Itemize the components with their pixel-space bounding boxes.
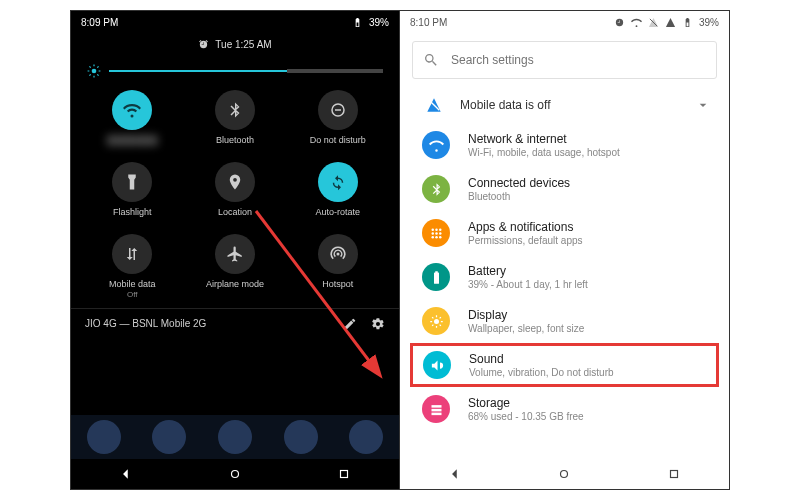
qs-tile-bluetooth[interactable]: Bluetooth bbox=[184, 90, 287, 146]
nav-bar bbox=[71, 459, 399, 489]
alarm-icon bbox=[614, 17, 625, 28]
settings-item-battery[interactable]: Battery39% - About 1 day, 1 hr left bbox=[400, 255, 729, 299]
nav-back-icon[interactable] bbox=[119, 467, 133, 481]
settings-item-network[interactable]: Network & internetWi-Fi, mobile, data us… bbox=[400, 123, 729, 167]
edit-icon[interactable] bbox=[343, 317, 357, 331]
svg-point-15 bbox=[434, 319, 439, 324]
qs-tile-autorotate[interactable]: Auto-rotate bbox=[286, 162, 389, 218]
brightness-icon bbox=[429, 314, 444, 329]
svg-rect-17 bbox=[431, 408, 441, 411]
autorotate-icon bbox=[329, 173, 347, 191]
item-title: Sound bbox=[469, 352, 614, 366]
item-sub: Permissions, default apps bbox=[468, 235, 583, 246]
item-title: Battery bbox=[468, 264, 588, 278]
qs-footer: JIO 4G — BSNL Mobile 2G bbox=[71, 308, 399, 339]
status-battery: 39% bbox=[369, 17, 389, 28]
battery-icon bbox=[352, 17, 363, 28]
item-sub: 39% - About 1 day, 1 hr left bbox=[468, 279, 588, 290]
svg-rect-16 bbox=[431, 405, 441, 408]
nav-recents-icon[interactable] bbox=[337, 467, 351, 481]
airplane-label: Airplane mode bbox=[206, 280, 264, 290]
mobiledata-icon bbox=[123, 245, 141, 263]
flashlight-icon bbox=[123, 173, 141, 191]
item-sub: Wallpaper, sleep, font size bbox=[468, 323, 584, 334]
location-label: Location bbox=[218, 208, 252, 218]
alarm-icon bbox=[198, 39, 209, 50]
flashlight-label: Flashlight bbox=[113, 208, 152, 218]
dock-app[interactable] bbox=[87, 420, 121, 454]
svg-point-7 bbox=[435, 228, 438, 231]
search-icon bbox=[423, 52, 439, 68]
qs-tile-dnd[interactable]: Do not disturb bbox=[286, 90, 389, 146]
wifi-icon bbox=[429, 138, 444, 153]
dock-app[interactable] bbox=[349, 420, 383, 454]
svg-point-6 bbox=[431, 228, 434, 231]
item-title: Connected devices bbox=[468, 176, 570, 190]
qs-tile-wifi[interactable]: ████████ bbox=[81, 90, 184, 146]
item-sub: Volume, vibration, Do not disturb bbox=[469, 367, 614, 378]
svg-point-14 bbox=[439, 236, 442, 239]
item-sub: Bluetooth bbox=[468, 191, 570, 202]
dock-app[interactable] bbox=[284, 420, 318, 454]
wifi-label-blurred: ████████ bbox=[107, 136, 158, 146]
nav-bar bbox=[400, 459, 729, 489]
bluetooth-label: Bluetooth bbox=[216, 136, 254, 146]
nav-back-icon[interactable] bbox=[448, 467, 462, 481]
svg-point-13 bbox=[435, 236, 438, 239]
dock-app[interactable] bbox=[218, 420, 252, 454]
chevron-down-icon bbox=[695, 97, 711, 113]
dnd-label: Do not disturb bbox=[310, 136, 366, 146]
qs-tile-flashlight[interactable]: Flashlight bbox=[81, 162, 184, 218]
svg-point-9 bbox=[431, 232, 434, 235]
settings-search[interactable] bbox=[412, 41, 717, 79]
svg-point-11 bbox=[439, 232, 442, 235]
airplane-icon bbox=[226, 245, 244, 263]
item-title: Storage bbox=[468, 396, 584, 410]
status-bar: 8:10 PM 39% bbox=[400, 11, 729, 33]
settings-item-sound[interactable]: SoundVolume, vibration, Do not disturb bbox=[410, 343, 719, 387]
location-icon bbox=[226, 173, 244, 191]
settings-item-display[interactable]: DisplayWallpaper, sleep, font size bbox=[400, 299, 729, 343]
hotspot-icon bbox=[329, 245, 347, 263]
wifi-icon bbox=[123, 101, 141, 119]
svg-point-4 bbox=[231, 471, 238, 478]
svg-rect-20 bbox=[671, 471, 678, 478]
qs-alarm-row[interactable]: Tue 1:25 AM bbox=[71, 39, 399, 50]
brightness-slider[interactable] bbox=[71, 64, 399, 78]
qs-tile-location[interactable]: Location bbox=[184, 162, 287, 218]
svg-point-0 bbox=[92, 69, 97, 74]
battery-icon bbox=[429, 270, 444, 285]
status-time: 8:09 PM bbox=[81, 17, 118, 28]
nav-recents-icon[interactable] bbox=[667, 467, 681, 481]
autorotate-label: Auto-rotate bbox=[315, 208, 360, 218]
settings-item-storage[interactable]: Storage68% used - 10.35 GB free bbox=[400, 387, 729, 431]
search-input[interactable] bbox=[451, 53, 706, 67]
qs-tile-hotspot[interactable]: Hotspot bbox=[286, 234, 389, 300]
storage-icon bbox=[429, 402, 444, 417]
settings-item-apps[interactable]: Apps & notificationsPermissions, default… bbox=[400, 211, 729, 255]
settings-screen: 8:10 PM 39% Mobile data is off Network &… bbox=[400, 11, 729, 489]
svg-point-12 bbox=[431, 236, 434, 239]
volume-icon bbox=[430, 358, 445, 373]
nav-home-icon[interactable] bbox=[228, 467, 242, 481]
nav-home-icon[interactable] bbox=[557, 467, 571, 481]
settings-item-connected[interactable]: Connected devicesBluetooth bbox=[400, 167, 729, 211]
hotspot-label: Hotspot bbox=[322, 280, 353, 290]
item-title: Apps & notifications bbox=[468, 220, 583, 234]
svg-rect-18 bbox=[431, 412, 441, 415]
qs-tile-mobiledata[interactable]: Mobile dataOff bbox=[81, 234, 184, 300]
brightness-icon bbox=[87, 64, 101, 78]
mobile-data-banner[interactable]: Mobile data is off bbox=[400, 87, 729, 123]
signal-nosim-icon bbox=[648, 17, 659, 28]
qs-tile-airplane[interactable]: Airplane mode bbox=[184, 234, 287, 300]
signal-off-icon bbox=[426, 97, 442, 113]
dock-app[interactable] bbox=[152, 420, 186, 454]
svg-point-8 bbox=[439, 228, 442, 231]
qs-tile-grid: ████████ Bluetooth Do not disturb Flashl… bbox=[71, 82, 399, 306]
apps-icon bbox=[429, 226, 444, 241]
gear-icon[interactable] bbox=[371, 317, 385, 331]
bluetooth-icon bbox=[226, 101, 244, 119]
carrier-label: JIO 4G — BSNL Mobile 2G bbox=[85, 318, 206, 329]
status-time: 8:10 PM bbox=[410, 17, 447, 28]
dnd-icon bbox=[329, 101, 347, 119]
